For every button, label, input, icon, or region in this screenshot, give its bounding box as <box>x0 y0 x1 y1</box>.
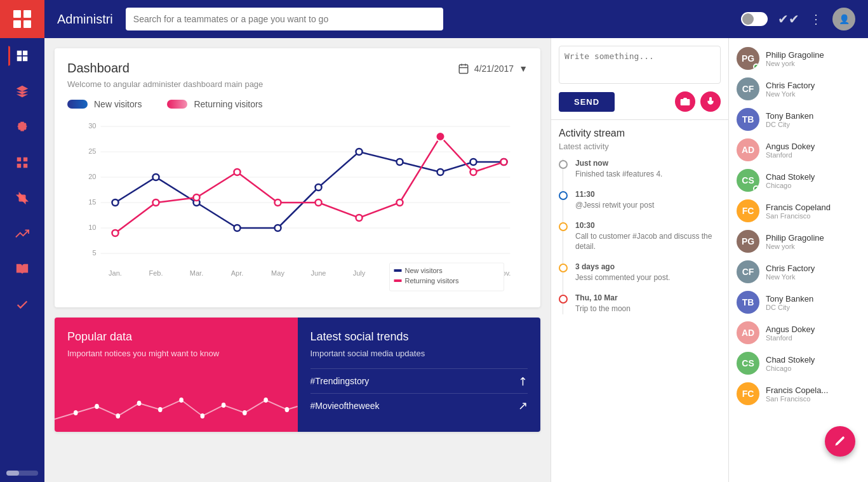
svg-point-73 <box>201 413 205 418</box>
svg-rect-7 <box>23 57 27 61</box>
contact-location: DC City <box>766 304 860 311</box>
topbar-actions: ✔✔ ⋮ 👤 <box>741 8 855 30</box>
contact-name: Francis Copela... <box>766 385 860 395</box>
contact-name: Chad Stokely <box>766 355 860 365</box>
svg-text:Jan.: Jan. <box>109 269 122 277</box>
activity-text-4: Jessi commented your post. <box>575 272 670 283</box>
check-all-icon[interactable]: ✔✔ <box>778 11 799 27</box>
svg-point-78 <box>683 100 686 104</box>
activity-time-1: Just now <box>575 159 662 168</box>
svg-point-77 <box>285 407 290 412</box>
svg-rect-12 <box>459 65 468 74</box>
contact-name: Francis Copeland <box>766 203 860 212</box>
theme-toggle[interactable] <box>741 12 768 26</box>
contact-info: Chris FactoryNew York <box>766 81 860 98</box>
contact-item[interactable]: FCFrancis Copela...San Francisco <box>729 378 868 409</box>
logo-button[interactable] <box>0 0 44 38</box>
activity-item-4: 3 days ago Jessi commented your post. <box>559 262 721 283</box>
svg-text:Apr.: Apr. <box>231 269 244 277</box>
contact-location: New York <box>766 273 860 281</box>
popular-title: Popular data <box>67 330 285 344</box>
contact-item[interactable]: ADAngus DokeyStanford <box>729 135 868 165</box>
topbar: Administri ✔✔ ⋮ 👤 <box>44 0 868 38</box>
contact-info: Philip GragolineNew york <box>766 50 860 67</box>
contact-avatar: CS <box>737 169 759 192</box>
contact-location: New york <box>766 243 860 250</box>
svg-point-39 <box>112 199 119 206</box>
search-box[interactable] <box>126 8 443 30</box>
svg-point-59 <box>471 169 477 175</box>
contact-location: DC City <box>766 121 860 128</box>
svg-point-72 <box>179 398 184 403</box>
activity-text-3: Call to customer #Jacob and discuss the … <box>575 231 721 253</box>
svg-point-70 <box>137 401 142 406</box>
contact-info: Angus DokeyStanford <box>766 325 860 342</box>
svg-point-66 <box>436 132 445 141</box>
nav-check[interactable] <box>8 291 36 319</box>
nav-book[interactable] <box>8 255 36 283</box>
send-button[interactable]: SEND <box>559 92 615 112</box>
svg-point-75 <box>243 410 247 415</box>
contact-item[interactable]: FCFrancis CopelandSan Francisco <box>729 196 868 226</box>
svg-point-42 <box>234 225 241 231</box>
nav-dashboard[interactable] <box>8 42 36 70</box>
date-picker[interactable]: 4/21/2017 ▼ <box>458 63 528 74</box>
svg-rect-10 <box>17 164 21 168</box>
write-textarea[interactable] <box>559 46 721 84</box>
contact-item[interactable]: TBTony BankenDC City <box>729 287 868 318</box>
contact-item[interactable]: CSChad StokelyChicago <box>729 165 868 196</box>
bottom-cards: Popular data Important notices you might… <box>55 318 540 432</box>
contact-item[interactable]: CSChad StokelyChicago <box>729 348 868 378</box>
legend-new-visitors[interactable]: New visitors <box>67 99 142 109</box>
search-input[interactable] <box>133 14 436 24</box>
contact-avatar: TB <box>737 108 759 131</box>
contact-item[interactable]: CFChris FactoryNew York <box>729 74 868 104</box>
line-chart: 30 25 20 15 10 5 Jan. Feb. Mar <box>67 117 528 295</box>
mic-button[interactable] <box>700 91 721 112</box>
contact-item[interactable]: ADAngus DokeyStanford <box>729 318 868 348</box>
more-options-icon[interactable]: ⋮ <box>810 11 822 27</box>
nav-scrollbar[interactable] <box>6 471 38 476</box>
trend-item-1[interactable]: #Trendingstory ↗ <box>310 368 528 393</box>
svg-text:5: 5 <box>92 249 96 257</box>
legend-returning-visitors[interactable]: Returning visitors <box>167 99 262 109</box>
contact-location: Chicago <box>766 365 860 372</box>
contacts-panel: PGPhilip GragolineNew yorkCFChris Factor… <box>728 38 868 482</box>
svg-rect-62 <box>394 269 402 272</box>
nav-puzzle[interactable] <box>8 113 36 141</box>
contact-item[interactable]: PGPhilip GragolineNew york <box>729 226 868 257</box>
contact-location: Stanford <box>766 151 860 159</box>
nav-grid[interactable] <box>8 149 36 177</box>
svg-point-76 <box>264 398 268 403</box>
contact-location: San Francisco <box>766 212 860 220</box>
trend-icon-1: ↗ <box>514 373 531 389</box>
contact-item[interactable]: CFChris FactoryNew York <box>729 257 868 287</box>
contact-avatar: CF <box>737 260 759 283</box>
svg-point-57 <box>397 199 403 206</box>
activity-content-2: 11:30 @Jessi retwit your post <box>575 190 654 211</box>
trend-icon-2: ↗ <box>518 399 528 413</box>
contact-info: Tony BankenDC City <box>766 294 860 311</box>
contact-item[interactable]: TBTony BankenDC City <box>729 104 868 135</box>
camera-button[interactable] <box>675 91 695 112</box>
contact-info: Angus DokeyStanford <box>766 142 860 159</box>
svg-text:10: 10 <box>88 224 96 231</box>
contact-info: Philip GragolineNew york <box>766 233 860 250</box>
nav-crop[interactable] <box>8 184 36 212</box>
user-avatar[interactable]: 👤 <box>832 8 855 30</box>
activity-content-5: Thu, 10 Mar Trip to the moon <box>575 293 631 314</box>
contact-name: Philip Gragoline <box>766 233 860 243</box>
nav-layers[interactable] <box>8 77 36 105</box>
legend-returning-label: Returning visitors <box>194 99 262 109</box>
write-box: SEND <box>551 38 728 120</box>
chart-legend: New visitors Returning visitors <box>67 99 528 109</box>
contact-item[interactable]: PGPhilip GragolineNew york <box>729 43 868 74</box>
fab-button[interactable] <box>825 426 855 457</box>
contact-name: Philip Gragoline <box>766 50 860 60</box>
svg-point-52 <box>194 194 200 201</box>
trend-item-2[interactable]: #Movieoftheweek ↗ <box>310 393 528 418</box>
svg-point-67 <box>74 410 78 415</box>
contact-info: Francis Copela...San Francisco <box>766 385 860 403</box>
contact-info: Tony BankenDC City <box>766 111 860 128</box>
nav-trending[interactable] <box>8 220 36 248</box>
